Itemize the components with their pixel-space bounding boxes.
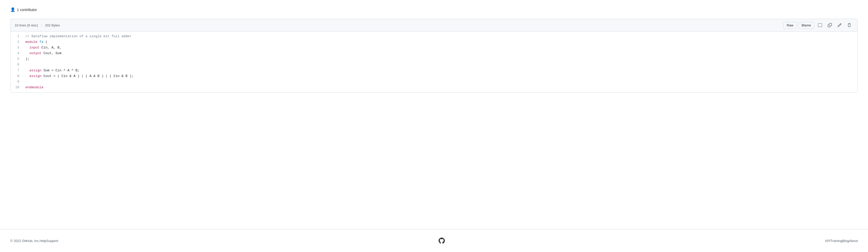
footer-link-help[interactable]: Help [39, 239, 46, 243]
line-number: 1 [10, 34, 23, 39]
table-row: 9 [10, 79, 858, 85]
table-row: 8 assign Cout = ( Cin & A ) | ( A & B ) … [10, 73, 858, 79]
line-code: assign Cout = ( Cin & A ) | ( A & B ) | … [23, 73, 858, 79]
footer-link-training[interactable]: Training [831, 239, 842, 243]
edit-icon [837, 23, 842, 27]
copy-icon [828, 23, 832, 27]
line-number: 8 [10, 73, 23, 79]
table-row: 10 endmodule [10, 85, 858, 90]
delete-icon [847, 23, 851, 27]
line-number: 2 [10, 39, 23, 45]
line-code: endmodule [23, 85, 858, 90]
line-code: input Cin, A, B, [23, 45, 858, 51]
line-number: 5 [10, 56, 23, 62]
line-code: // Dataflow implementation of a single b… [23, 34, 858, 39]
file-header: 10 lines (8 sloc) | 202 Bytes Raw Blame [10, 19, 858, 32]
edit-button[interactable] [835, 22, 844, 29]
line-code: output Cout, Sum [23, 51, 858, 56]
copy-button[interactable] [826, 22, 834, 29]
contributor-icon: 👤 [10, 7, 16, 12]
table-row: 1 // Dataflow implementation of a single… [10, 34, 858, 39]
line-number: 10 [10, 85, 23, 90]
line-number: 7 [10, 68, 23, 73]
footer-copyright: © 2022 GitHub, Inc. [10, 239, 39, 243]
table-row: 4 output Cout, Sum [10, 51, 858, 56]
line-code: assign Sum = Cin ^ A ^ B; [23, 68, 858, 73]
footer: © 2022 GitHub, Inc. Help Support API Tra… [0, 229, 868, 252]
line-number: 4 [10, 51, 23, 56]
contributor-bar: 👤 1 contributor [10, 5, 858, 16]
delete-button[interactable] [845, 22, 854, 29]
footer-link-api[interactable]: API [825, 239, 831, 243]
code-content: 1 // Dataflow implementation of a single… [10, 32, 858, 92]
line-code: module fa ( [23, 39, 858, 45]
table-row: 2 module fa ( [10, 39, 858, 45]
table-row: 5 ); [10, 56, 858, 62]
file-size-label: 202 Bytes [45, 23, 60, 27]
contributor-text: 1 contributor [17, 8, 37, 12]
line-number: 6 [10, 62, 23, 67]
table-row: 3 input Cin, A, B, [10, 45, 858, 51]
file-actions: Raw Blame [783, 22, 854, 29]
display-mode-button[interactable] [816, 22, 824, 29]
line-code [23, 62, 858, 67]
footer-nav: Help Support API Training Blog About [39, 238, 858, 244]
github-logo-icon [439, 238, 445, 244]
line-code [23, 79, 858, 85]
footer-logo-container [58, 238, 825, 244]
raw-button[interactable]: Raw [783, 22, 797, 29]
file-meta: 10 lines (8 sloc) | 202 Bytes [14, 23, 60, 27]
file-box: 10 lines (8 sloc) | 202 Bytes Raw Blame [10, 19, 858, 93]
line-number: 9 [10, 79, 23, 85]
blame-button[interactable]: Blame [798, 22, 814, 29]
footer-link-support[interactable]: Support [46, 239, 58, 243]
file-lines-label: 10 lines (8 sloc) [14, 23, 38, 27]
line-code: ); [23, 56, 858, 62]
table-row: 7 assign Sum = Cin ^ A ^ B; [10, 68, 858, 73]
line-number: 3 [10, 45, 23, 51]
footer-link-about[interactable]: About [849, 239, 858, 243]
table-row: 6 [10, 62, 858, 67]
file-meta-divider: | [41, 23, 42, 27]
footer-link-blog[interactable]: Blog [842, 239, 849, 243]
code-table: 1 // Dataflow implementation of a single… [10, 34, 858, 90]
display-icon [818, 23, 822, 27]
